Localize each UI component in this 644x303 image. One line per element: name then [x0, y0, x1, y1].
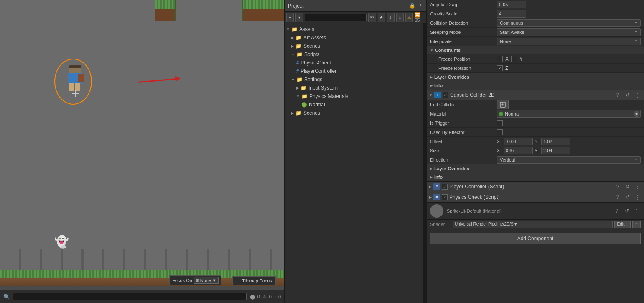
- filter-button[interactable]: ★: [378, 13, 385, 22]
- project-menu-icon[interactable]: ⋮: [418, 3, 423, 9]
- revert-icon[interactable]: ↺: [624, 91, 631, 99]
- sleeping-mode-dropdown[interactable]: Start Awake ▼: [497, 28, 641, 36]
- revert-icon[interactable]: ↺: [623, 207, 631, 215]
- chevron-down-icon: ▼: [634, 158, 638, 162]
- help-icon[interactable]: ?: [614, 91, 621, 99]
- expand-arrow: ▼: [296, 95, 300, 98]
- edit-collider-button[interactable]: [497, 100, 509, 109]
- icon-button[interactable]: ≡: [632, 221, 641, 228]
- tree-item-label: Scenes: [303, 43, 320, 49]
- freeze-z-checkbox[interactable]: [497, 65, 503, 71]
- physics-check-section: ▶ # Physics Check (Script) ? ↺ ⋮: [427, 192, 644, 203]
- focus-value: None: [200, 278, 211, 283]
- constraints-section-header[interactable]: ▼ Constraints: [427, 46, 644, 54]
- player-controller-header[interactable]: ▶ # Player Controller (Script) ? ↺ ⋮: [427, 182, 644, 192]
- offset-label: Offset: [430, 139, 497, 144]
- more-icon[interactable]: ⋮: [634, 183, 641, 190]
- revert-icon[interactable]: ↺: [624, 183, 631, 190]
- freeze-y-checkbox[interactable]: [511, 56, 517, 62]
- project-header: Project 🔒 ⋮: [285, 0, 426, 12]
- shader-dropdown[interactable]: Universal Render Pipeline/2D/S▼: [453, 221, 613, 228]
- layer-overrides-header-rb[interactable]: ▶ Layer Overrides: [427, 73, 644, 81]
- comp-icon-hash: #: [433, 194, 440, 200]
- tree-assets[interactable]: ▼ 📁 Assets: [285, 25, 423, 33]
- tree-input-system[interactable]: ▶ 📁 Input System: [285, 84, 423, 92]
- info-header-cc[interactable]: ▶ Info: [427, 173, 644, 181]
- player-ctrl-enabled[interactable]: [442, 184, 448, 190]
- add-component-label: Add Component: [517, 236, 554, 241]
- tree-physicscheck[interactable]: # PhysicsCheck: [285, 59, 423, 67]
- more-icon[interactable]: ⋮: [634, 91, 641, 99]
- angular-drag-value[interactable]: 0.05: [497, 1, 526, 8]
- help-icon[interactable]: ?: [613, 207, 621, 215]
- scene-view: 👻 ≡ Tilemap Focus Focus On ⊞ None ▼ 🔍 ⬤: [0, 0, 284, 303]
- help-icon[interactable]: ?: [614, 193, 621, 201]
- tree-settings[interactable]: ▼ 📁 Settings: [285, 75, 423, 84]
- tree-item-label: Normal: [309, 102, 325, 108]
- material-value: Normal: [505, 111, 519, 116]
- shader-value: Universal Render Pipeline/2D/S▼: [455, 222, 518, 226]
- freeze-x-checkbox[interactable]: [497, 56, 503, 62]
- info-header-rb[interactable]: ▶ Info: [427, 81, 644, 90]
- tree-scenes-1[interactable]: ▶ 📁 Scenes: [285, 42, 423, 50]
- more-icon[interactable]: ⋮: [634, 193, 641, 201]
- scene-search-input[interactable]: [13, 293, 247, 300]
- expand-arrow: ▼: [291, 78, 295, 82]
- revert-icon[interactable]: ↺: [624, 193, 631, 201]
- info-button[interactable]: ℹ: [396, 13, 404, 22]
- capsule-collider-header[interactable]: ▼ 0 Capsule Collider 2D ? ↺ ⋮: [427, 90, 644, 100]
- edit-shader-button[interactable]: Edit...: [614, 221, 631, 228]
- physics-check-enabled[interactable]: [442, 194, 448, 200]
- material-row: Material Normal ◉: [427, 109, 644, 118]
- collision-detection-dropdown[interactable]: Continuous ▼: [497, 19, 641, 27]
- expand-arrow: ▶: [291, 111, 294, 115]
- size-y-field[interactable]: 2.04: [541, 147, 570, 154]
- help-icon[interactable]: ?: [614, 183, 621, 190]
- tree-scenes-2[interactable]: ▶ 📁 Scenes: [285, 109, 423, 117]
- layer-overrides-header-cc[interactable]: ▶ Layer Overrides: [427, 164, 644, 173]
- inspector-scroll[interactable]: Angular Drag 0.05 Gravity Scale 4 Collis…: [427, 0, 644, 303]
- focus-on-bar[interactable]: Focus On ⊞ None ▼: [169, 275, 221, 285]
- toolbar-arrow[interactable]: ▾: [295, 13, 303, 22]
- project-lock-icon[interactable]: 🔒: [409, 3, 415, 9]
- tree-playercontroller[interactable]: # PlayerController: [285, 67, 423, 75]
- tree-physics-materials[interactable]: ▼ 📁 Physics Materials: [285, 92, 423, 100]
- offset-y-field[interactable]: 1.02: [541, 138, 570, 145]
- gravity-scale-value[interactable]: 4: [497, 10, 526, 18]
- eye-button[interactable]: 👁: [368, 13, 376, 22]
- used-by-effector-checkbox[interactable]: [497, 129, 503, 135]
- constraints-label: Constraints: [435, 48, 461, 53]
- project-scrollbar[interactable]: [423, 23, 426, 303]
- error-icon: ⬤: [250, 294, 255, 300]
- layer-overrides-label: Layer Overrides: [434, 74, 469, 80]
- capsule-enabled-checkbox[interactable]: [443, 92, 448, 98]
- project-search-input[interactable]: [305, 14, 367, 21]
- folder-icon: 📁: [296, 77, 303, 82]
- expand-arrow: ▶: [296, 86, 299, 90]
- size-x-field[interactable]: 0.67: [504, 147, 533, 154]
- add-button[interactable]: +: [286, 13, 294, 22]
- interpolate-dropdown[interactable]: None ▼: [497, 38, 641, 45]
- physics-check-header[interactable]: ▶ # Physics Check (Script) ? ↺ ⋮: [427, 192, 644, 202]
- tree-normal-material[interactable]: 🟢 Normal: [285, 100, 423, 109]
- more-icon[interactable]: ⋮: [633, 207, 641, 215]
- rigidbody-section: Angular Drag 0.05 Gravity Scale 4 Collis…: [427, 0, 644, 90]
- offset-x-field[interactable]: -0.03: [504, 138, 533, 145]
- material-field[interactable]: Normal ◉: [497, 110, 641, 118]
- warning-button[interactable]: ⚠: [405, 13, 413, 22]
- folder-icon: 📁: [301, 93, 308, 99]
- tree-art-assets[interactable]: ▶ 📁 Art Assets: [285, 33, 423, 42]
- info-label: Info: [434, 83, 443, 88]
- sort-button[interactable]: ↕: [387, 13, 395, 22]
- z-label: Z: [505, 65, 508, 71]
- focus-dropdown[interactable]: ⊞ None ▼: [194, 277, 219, 284]
- material-picker-button[interactable]: ◉: [634, 111, 639, 117]
- direction-dropdown[interactable]: Vertical ▼: [497, 156, 641, 164]
- player-character: [66, 65, 85, 92]
- is-trigger-checkbox[interactable]: [497, 120, 503, 126]
- interpolate-label: Interpolate: [430, 39, 497, 44]
- tree-scripts[interactable]: ▼ 📁 Scripts: [285, 50, 423, 59]
- y-label: Y: [535, 148, 540, 153]
- add-component-button[interactable]: Add Component: [430, 233, 641, 244]
- search-icon-small: 🔍: [3, 294, 10, 300]
